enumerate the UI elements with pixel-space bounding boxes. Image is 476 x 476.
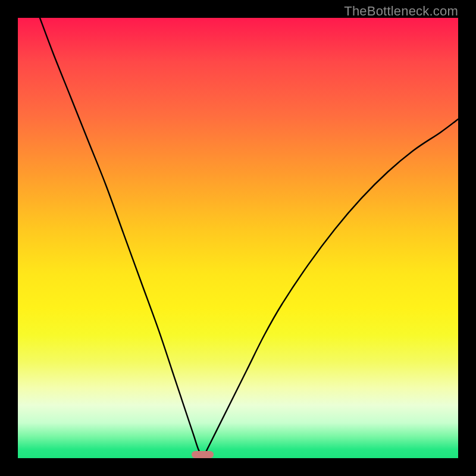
chart-frame: TheBottleneck.com bbox=[0, 0, 476, 476]
bottleneck-curve bbox=[18, 18, 458, 458]
watermark-text: TheBottleneck.com bbox=[344, 4, 458, 19]
plot-area bbox=[18, 18, 458, 458]
minimum-marker bbox=[192, 451, 214, 458]
